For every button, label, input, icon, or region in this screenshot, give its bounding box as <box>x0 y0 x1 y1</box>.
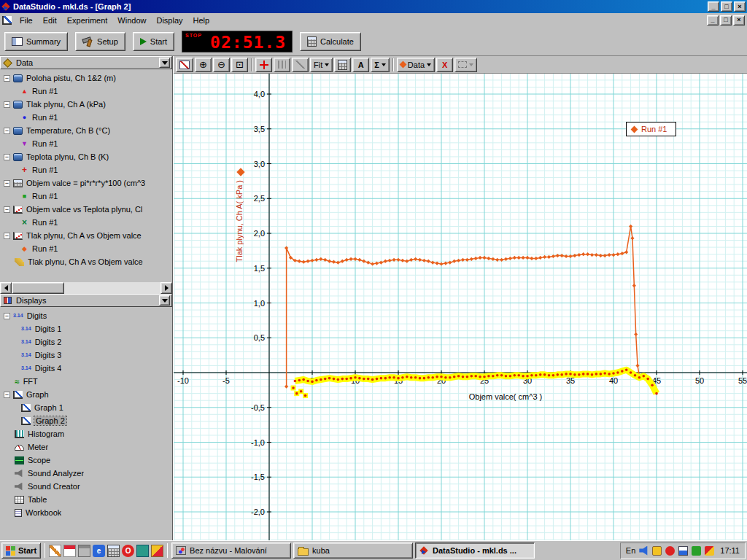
tray-icon-1[interactable] <box>639 546 649 556</box>
menu-file[interactable]: File <box>15 15 38 26</box>
run-item[interactable]: ■Run #1 <box>0 190 172 203</box>
svg-text:-0,5: -0,5 <box>251 403 265 412</box>
display-item-sound-analyzer[interactable]: Sound Analyzer <box>0 467 172 480</box>
tree-expand-toggle[interactable]: − <box>4 154 10 160</box>
minimize-button[interactable]: _ <box>708 1 719 12</box>
close-button[interactable]: × <box>734 1 746 12</box>
task-button-kuba-folder[interactable]: kuba <box>293 542 413 559</box>
legend-run-1[interactable]: Run #1 <box>626 122 676 136</box>
quick-launch-icon-3[interactable] <box>78 545 90 557</box>
remove-data-button[interactable]: X <box>436 58 453 72</box>
child-restore-button[interactable]: □ <box>720 15 732 26</box>
run-item[interactable]: ▲Run #1 <box>0 85 172 98</box>
display-item-graph[interactable]: −Graph <box>0 388 172 401</box>
display-item-digits-2[interactable]: 3.14Digits 2 <box>0 335 172 349</box>
display-item-workbook[interactable]: Workbook <box>0 506 172 519</box>
tray-icon-2[interactable] <box>652 546 662 556</box>
display-item-digits-4[interactable]: 3.14Digits 4 <box>0 362 172 375</box>
calculator-icon <box>338 60 347 70</box>
graph-canvas[interactable]: -10-55101520253035404550554,03,53,02,52,… <box>174 74 747 540</box>
display-item-table[interactable]: Table <box>0 493 172 506</box>
tree-expand-toggle[interactable]: − <box>4 75 10 82</box>
run-item[interactable]: ◆Run #1 <box>0 242 172 255</box>
run-item[interactable]: ●Run #1 <box>0 111 172 124</box>
restore-button[interactable]: □ <box>721 1 732 12</box>
display-item-scope[interactable]: Scope <box>0 454 172 467</box>
calipers-tool-button[interactable] <box>274 58 290 72</box>
quick-launch-icon-6[interactable]: O <box>122 545 134 557</box>
quick-launch-icon-4[interactable]: e <box>93 545 105 557</box>
scale-to-fit-button[interactable] <box>176 58 193 72</box>
statistics-menu-button[interactable]: Σ <box>371 58 390 72</box>
summary-button[interactable]: Summary <box>4 32 68 51</box>
display-item-sound-creator[interactable]: Sound Creator <box>0 480 172 493</box>
run-item[interactable]: +Run #1 <box>0 163 172 176</box>
task-button-paint[interactable]: Bez názvu - Malování <box>171 542 291 559</box>
data-source-objem-valce-pi-r-r-y-100-cm-3[interactable]: −Objem valce = pi*r*r*y*100 (cm^3 <box>0 176 172 190</box>
tree-expand-toggle[interactable]: − <box>4 233 10 239</box>
tree-expand-toggle[interactable]: − <box>4 206 10 213</box>
menu-edit[interactable]: Edit <box>38 15 62 26</box>
displays-panel-menu-button[interactable] <box>159 295 170 306</box>
data-source-teplota-plynu-ch-b-k[interactable]: −Teplota plynu, Ch B (K) <box>0 150 172 163</box>
zoom-in-button[interactable]: ⊕ <box>195 58 212 72</box>
display-item-meter[interactable]: Meter <box>0 440 172 454</box>
tree-expand-toggle[interactable]: − <box>4 128 10 134</box>
zoom-select-button[interactable]: ⊡ <box>231 58 248 72</box>
display-item-digits-1[interactable]: 3.14Digits 1 <box>0 322 172 335</box>
quick-launch-icon-2[interactable] <box>63 545 76 557</box>
zoom-out-button[interactable]: ⊖ <box>213 58 230 72</box>
fit-menu-button[interactable]: Fit <box>310 58 333 72</box>
tree-expand-toggle[interactable]: − <box>4 392 10 398</box>
tree-expand-toggle[interactable]: − <box>4 180 10 187</box>
run-item[interactable]: ×Run #1 <box>0 216 172 229</box>
data-source-objem-valce-vs-teplota-plynu-cl[interactable]: −Objem valce vs Teplota plynu, Cl <box>0 203 172 216</box>
data-source-poloha-pistu-ch-1-2-m[interactable]: −Poloha pistu, Ch 1&2 (m) <box>0 71 172 85</box>
tray-icon-6[interactable] <box>705 546 714 556</box>
display-item-graph-1[interactable]: Graph 1 <box>0 401 172 414</box>
tray-icon-3[interactable] <box>665 546 675 556</box>
scroll-left-button[interactable] <box>0 282 12 294</box>
tree-expand-toggle[interactable]: − <box>4 313 10 319</box>
calculate-button[interactable]: Calculate <box>300 32 361 51</box>
setup-button[interactable]: Setup <box>75 32 125 51</box>
child-close-button[interactable]: × <box>733 15 745 26</box>
data-panel-menu-button[interactable] <box>159 58 170 68</box>
menu-help[interactable]: Help <box>188 15 215 26</box>
menu-experiment[interactable]: Experiment <box>62 15 113 26</box>
graph-calculator-button[interactable] <box>334 58 351 72</box>
graph-plot-area[interactable]: -10-55101520253035404550554,03,53,02,52,… <box>174 74 747 540</box>
menu-window[interactable]: Window <box>112 15 151 26</box>
display-item-digits[interactable]: −3.14Digits <box>0 309 172 322</box>
scrollbar-track[interactable] <box>64 282 160 294</box>
display-item-fft[interactable]: ≈FFT <box>0 375 172 388</box>
smart-tool-button[interactable] <box>255 58 272 72</box>
start-menu-button[interactable]: Start <box>1 542 41 559</box>
menu-display[interactable]: Display <box>151 15 187 26</box>
data-source-temperature-ch-b-c[interactable]: −Temperature, Ch B (°C) <box>0 124 172 137</box>
scrollbar-thumb[interactable] <box>12 282 64 294</box>
data-source-tlak-plynu-ch-a-kpa[interactable]: −Tlak plynu, Ch A (kPa) <box>0 98 172 111</box>
graph-settings-menu-button[interactable] <box>454 58 477 72</box>
language-indicator[interactable]: En <box>626 546 635 555</box>
slope-tool-button[interactable] <box>292 58 309 72</box>
child-minimize-button[interactable]: _ <box>707 15 719 26</box>
display-item-histogram[interactable]: Histogram <box>0 427 172 440</box>
task-button-datastudio[interactable]: DataStudio - mkl.ds ... <box>415 542 535 559</box>
quick-launch-icon-7[interactable] <box>136 545 149 557</box>
quick-launch-icon-5[interactable] <box>107 545 120 557</box>
tray-icon-4[interactable] <box>678 546 688 556</box>
tree-expand-toggle[interactable]: − <box>4 101 10 108</box>
display-item-graph-2[interactable]: Graph 2 <box>0 414 172 427</box>
tray-icon-5[interactable] <box>692 546 701 556</box>
scroll-right-button[interactable] <box>160 282 172 294</box>
display-item-digits-3[interactable]: 3.14Digits 3 <box>0 349 172 362</box>
quick-launch-icon-1[interactable] <box>49 545 61 557</box>
quick-launch-icon-8[interactable] <box>151 545 163 557</box>
text-annotation-button[interactable]: A <box>352 58 369 72</box>
data-source-tlak-plynu-ch-a-vs-objem-valce[interactable]: −Tlak plynu, Ch A vs Objem valce <box>0 229 172 242</box>
data-source-tlak-plynu-ch-a-vs-objem-valce[interactable]: Tlak plynu, Ch A vs Objem valce <box>0 255 172 268</box>
run-item[interactable]: ▼Run #1 <box>0 137 172 150</box>
data-menu-button[interactable]: Data <box>397 58 435 72</box>
start-button[interactable]: Start <box>133 32 174 51</box>
